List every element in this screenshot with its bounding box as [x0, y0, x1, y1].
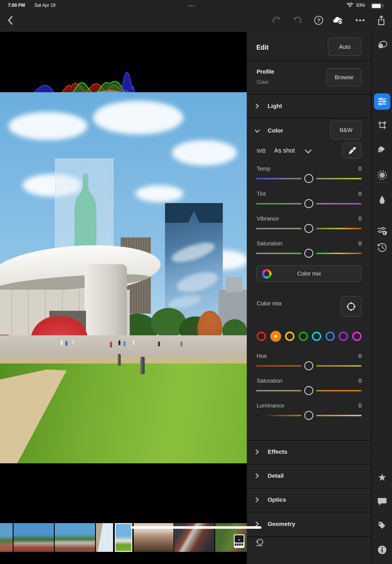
tool-rail: ★ [371, 32, 392, 564]
photo-canvas[interactable] [0, 92, 247, 463]
keyword-tool[interactable] [372, 519, 392, 532]
bw-button[interactable]: B&W [331, 121, 362, 139]
section-detail[interactable]: Detail [247, 464, 371, 488]
color-channel-yellow[interactable] [285, 332, 294, 341]
section-effects-label: Effects [268, 448, 287, 455]
comment-tool[interactable] [372, 495, 392, 508]
slider-value: 0 [358, 166, 362, 172]
status-date: Sat Apr 19 [34, 3, 56, 8]
targeted-adjustment-button[interactable] [341, 296, 362, 317]
multitasking-dots-icon[interactable]: ••• [188, 3, 195, 8]
slider-knob[interactable] [304, 249, 313, 258]
color-channel-red[interactable] [257, 332, 266, 341]
rate-review-tool[interactable]: ★ [372, 471, 392, 484]
section-geometry[interactable]: Geometry [247, 512, 371, 536]
section-light[interactable]: Light [247, 94, 371, 118]
color-channel-green[interactable] [299, 332, 308, 341]
slider-knob[interactable] [304, 174, 313, 183]
comment-icon [377, 497, 387, 506]
filmstrip-thumb-selected[interactable] [115, 523, 132, 552]
color-channel-magenta[interactable] [352, 332, 362, 341]
slider-label: Luminance [257, 402, 284, 409]
battery-icon [371, 3, 382, 8]
slider-label: Hue [257, 353, 267, 359]
slider-value: 0 [358, 215, 362, 222]
color-mix-button[interactable]: Color mix [257, 265, 362, 282]
cloud-sync-icon[interactable] [332, 15, 343, 26]
section-optics-label: Optics [268, 496, 286, 503]
versions-history-tool[interactable] [372, 241, 392, 254]
slider-knob[interactable] [304, 224, 313, 233]
section-effects[interactable]: Effects [247, 440, 371, 464]
vibrance-slider[interactable]: Vibrance 0 [256, 215, 362, 236]
color-channel-blue[interactable] [325, 332, 335, 341]
color-channel-row [257, 331, 362, 342]
wb-chevron-down-icon[interactable] [305, 149, 312, 154]
wb-eyedropper-button[interactable] [343, 142, 362, 158]
filmstrip-thumb[interactable] [0, 523, 13, 552]
eraser-icon [377, 145, 387, 153]
browse-button[interactable]: Browse [327, 68, 362, 86]
slider-value: 0 [358, 240, 362, 247]
wb-value[interactable]: As shot [274, 147, 295, 154]
profile-label: Profile [257, 69, 274, 75]
section-geometry-label: Geometry [268, 521, 295, 527]
section-color-label: Color [268, 127, 283, 134]
share-button[interactable] [376, 15, 387, 26]
filmstrip-thumb[interactable] [55, 523, 95, 552]
tag-icon [377, 521, 387, 530]
home-indicator[interactable] [131, 526, 261, 529]
color-channel-purple[interactable] [339, 332, 348, 341]
auto-button[interactable]: Auto [328, 38, 362, 56]
reset-button[interactable] [255, 538, 267, 548]
chevron-right-icon [255, 473, 260, 478]
mix-saturation-slider[interactable]: Saturation 0 [256, 378, 362, 398]
lightroom-app: 7:00 PM Sat Apr 19 ••• 93% ? [0, 0, 392, 564]
color-channel-aqua[interactable] [312, 332, 321, 341]
slider-knob[interactable] [304, 361, 313, 370]
slider-value: 0 [358, 353, 362, 359]
status-time: 7:00 PM [8, 3, 25, 8]
saturation-slider[interactable]: Saturation 0 [256, 240, 362, 261]
masking-tool[interactable] [372, 169, 392, 181]
battery-percentage: 93% [356, 3, 365, 8]
crop-tool[interactable] [372, 119, 392, 131]
undo-button[interactable] [291, 15, 303, 26]
back-button[interactable] [5, 15, 16, 26]
crop-rotate-icon [377, 120, 387, 130]
section-optics[interactable]: Optics [247, 488, 371, 512]
section-detail-label: Detail [268, 472, 284, 479]
chevron-right-icon [255, 521, 260, 526]
tint-slider[interactable]: Tint 0 [256, 191, 362, 211]
chevron-down-icon [255, 129, 260, 134]
presets-tool[interactable] [372, 224, 392, 237]
slider-knob[interactable] [304, 199, 313, 208]
rail-divider [376, 182, 389, 183]
help-button[interactable]: ? [313, 15, 324, 26]
top-bar: 7:00 PM Sat Apr 19 ••• 93% ? [0, 0, 392, 32]
slider-knob[interactable] [304, 386, 313, 395]
healing-tool[interactable] [372, 39, 392, 51]
mix-luminance-slider[interactable]: Luminance 0 [256, 402, 362, 423]
remove-tool[interactable] [372, 194, 392, 206]
info-tool[interactable] [372, 544, 392, 556]
color-channel-orange[interactable] [270, 331, 281, 342]
edit-tool-selected[interactable] [374, 93, 390, 110]
slider-value: 0 [358, 191, 362, 197]
slider-knob[interactable] [304, 411, 313, 420]
more-options-button[interactable] [354, 15, 366, 26]
filmstrip-thumb[interactable] [14, 523, 54, 552]
chevron-right-icon [255, 449, 260, 454]
slider-label: Tint [257, 191, 266, 197]
crosshair-icon [346, 301, 356, 312]
mix-hue-slider[interactable]: Hue 0 [256, 353, 362, 373]
eraser-tool[interactable] [372, 143, 392, 155]
photo-stage: ⌄ [0, 32, 247, 564]
filmstrip-thumb-statue[interactable] [96, 523, 113, 552]
history-clock-icon [377, 242, 387, 252]
slider-label: Temp [257, 166, 270, 172]
temp-slider[interactable]: Temp 0 [256, 166, 362, 186]
redo-button[interactable] [271, 15, 283, 26]
slider-value: 0 [358, 402, 362, 409]
wb-label: WB [257, 148, 266, 154]
